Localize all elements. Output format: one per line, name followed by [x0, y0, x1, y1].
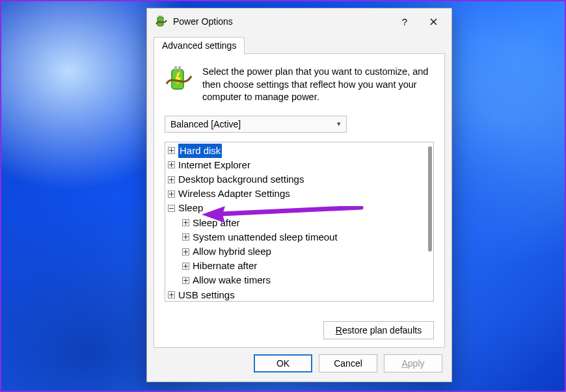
- tree-item-sleep[interactable]: Sleep: [168, 201, 431, 215]
- close-icon: [430, 18, 437, 25]
- tree-item-label: Hard disk: [178, 144, 222, 158]
- tree-item-hard-disk[interactable]: Hard disk: [168, 144, 431, 158]
- apply-button[interactable]: Apply: [384, 354, 442, 372]
- tree-item-label: Allow hybrid sleep: [193, 244, 271, 259]
- close-button[interactable]: [419, 10, 448, 33]
- tree-item-label: Sleep: [178, 201, 203, 215]
- tree-item-internet-explorer[interactable]: Internet Explorer: [168, 158, 431, 172]
- tree-item-label: Hibernate after: [193, 259, 257, 273]
- tree-item-label: System unattended sleep timeout: [193, 230, 338, 244]
- ok-button[interactable]: OK: [254, 354, 312, 372]
- tree-item-label: USB settings: [178, 288, 235, 301]
- power-options-app-icon: [155, 15, 168, 28]
- tree-item-sleep-after[interactable]: Sleep after: [168, 216, 431, 230]
- tree-item-allow-hybrid-sleep[interactable]: Allow hybrid sleep: [168, 244, 431, 259]
- expand-icon[interactable]: [168, 161, 175, 168]
- title-bar: Power Options ?: [147, 8, 451, 34]
- tree-item-label: Internet Explorer: [178, 158, 250, 172]
- scrollbar-thumb[interactable]: [428, 146, 432, 252]
- chevron-down-icon: ▾: [337, 120, 341, 128]
- dialog-footer: OK Cancel Apply: [147, 354, 451, 382]
- expand-icon[interactable]: [182, 277, 189, 284]
- svg-rect-4: [174, 66, 177, 70]
- power-plan-select[interactable]: Balanced [Active] ▾: [165, 116, 347, 133]
- expand-icon[interactable]: [182, 263, 189, 270]
- tree-item-allow-wake-timers[interactable]: Allow wake timers: [168, 273, 431, 287]
- power-options-dialog: Power Options ? Advanced settings: [146, 8, 452, 382]
- tree-item-wireless-adapter[interactable]: Wireless Adapter Settings: [168, 187, 431, 201]
- svg-rect-2: [161, 16, 162, 18]
- tree-item-usb-settings[interactable]: USB settings: [168, 288, 431, 301]
- battery-power-icon: [165, 64, 193, 93]
- svg-rect-5: [178, 66, 181, 70]
- tab-advanced-settings[interactable]: Advanced settings: [154, 37, 245, 54]
- tree-item-hibernate-after[interactable]: Hibernate after: [168, 259, 431, 273]
- intro-text: Select the power plan that you want to c…: [202, 64, 434, 104]
- window-title: Power Options: [173, 16, 390, 27]
- intro-row: Select the power plan that you want to c…: [165, 64, 434, 104]
- tree-item-label: Wireless Adapter Settings: [178, 187, 290, 201]
- svg-rect-1: [159, 16, 160, 18]
- settings-tree: Hard disk Internet Explorer Desktop back…: [165, 142, 434, 302]
- expand-icon[interactable]: [168, 190, 175, 198]
- tab-label: Advanced settings: [162, 40, 236, 51]
- tree-item-label: Desktop background settings: [178, 172, 304, 187]
- cancel-button[interactable]: Cancel: [319, 354, 377, 372]
- tab-strip: Advanced settings: [147, 36, 451, 54]
- expand-icon[interactable]: [168, 147, 175, 154]
- power-plan-value: Balanced [Active]: [170, 119, 241, 129]
- tree-item-system-unattended[interactable]: System unattended sleep timeout: [168, 230, 431, 244]
- expand-icon[interactable]: [168, 176, 175, 183]
- restore-defaults-button[interactable]: Restore plan defaults: [323, 321, 434, 339]
- expand-icon[interactable]: [182, 219, 189, 226]
- button-label: Restore plan defaults: [336, 325, 422, 335]
- tree-item-label: Allow wake timers: [193, 273, 271, 287]
- collapse-icon[interactable]: [168, 205, 175, 212]
- expand-icon[interactable]: [182, 248, 189, 255]
- panel-footer: Restore plan defaults: [165, 313, 434, 339]
- expand-icon[interactable]: [182, 233, 189, 241]
- button-label: Cancel: [334, 358, 362, 369]
- button-label: OK: [276, 358, 290, 369]
- help-button[interactable]: ?: [390, 10, 419, 33]
- tab-panel: Select the power plan that you want to c…: [154, 53, 445, 348]
- expand-icon[interactable]: [168, 291, 175, 298]
- button-label: Apply: [401, 358, 424, 369]
- tree-item-label: Sleep after: [193, 216, 240, 230]
- tree-item-desktop-background[interactable]: Desktop background settings: [168, 172, 431, 187]
